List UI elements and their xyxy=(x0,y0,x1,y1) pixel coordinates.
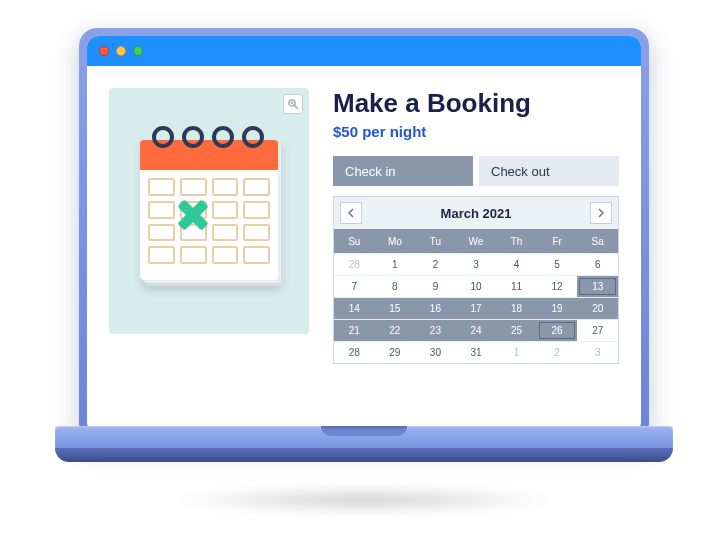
calendar-day[interactable]: 5 xyxy=(537,253,578,275)
month-label: March 2021 xyxy=(441,206,512,221)
date-tabs: Check in Check out xyxy=(333,156,619,186)
calendar-day[interactable]: 15 xyxy=(375,297,416,319)
minimize-icon[interactable] xyxy=(116,46,126,56)
weekday-label: Su xyxy=(334,229,375,253)
weekday-label: Th xyxy=(496,229,537,253)
calendar-day[interactable]: 23 xyxy=(415,319,456,341)
calendar-day[interactable]: 9 xyxy=(415,275,456,297)
calendar-day[interactable]: 27 xyxy=(577,319,618,341)
next-month-button[interactable] xyxy=(590,202,612,224)
calendar-day[interactable]: 2 xyxy=(415,253,456,275)
zoom-icon[interactable] xyxy=(283,94,303,114)
close-icon[interactable] xyxy=(99,46,109,56)
calendar-day[interactable]: 17 xyxy=(456,297,497,319)
trackpad-notch xyxy=(321,426,407,436)
calendar-day[interactable]: 18 xyxy=(496,297,537,319)
window-titlebar xyxy=(87,36,641,66)
prev-month-button[interactable] xyxy=(340,202,362,224)
calendar-day[interactable]: 3 xyxy=(577,341,618,363)
calendar-week: 78910111213 xyxy=(334,275,618,297)
calendar-day[interactable]: 1 xyxy=(496,341,537,363)
weekday-label: Sa xyxy=(577,229,618,253)
calendar-day[interactable]: 14 xyxy=(334,297,375,319)
laptop-base xyxy=(55,426,673,468)
calendar-day[interactable]: 3 xyxy=(456,253,497,275)
calendar-day[interactable]: 20 xyxy=(577,297,618,319)
calendar-day[interactable]: 26 xyxy=(537,319,578,341)
screen-bezel: Make a Booking $50 per night Check in Ch… xyxy=(79,28,649,442)
tab-checkout[interactable]: Check out xyxy=(479,156,619,186)
laptop-shadow xyxy=(90,480,640,520)
calendar-day[interactable]: 24 xyxy=(456,319,497,341)
weekday-header: SuMoTuWeThFrSa xyxy=(334,229,618,253)
calendar-day[interactable]: 30 xyxy=(415,341,456,363)
calendar-widget: March 2021 SuMoTuWeThFrSa 28123456789101… xyxy=(333,196,619,364)
calendar-day[interactable]: 25 xyxy=(496,319,537,341)
calendar-day[interactable]: 6 xyxy=(577,253,618,275)
calendar-day[interactable]: 16 xyxy=(415,297,456,319)
weekday-label: We xyxy=(456,229,497,253)
calendar-day[interactable]: 11 xyxy=(496,275,537,297)
svg-line-1 xyxy=(295,106,299,110)
calendar-day[interactable]: 7 xyxy=(334,275,375,297)
calendar-week: 28293031123 xyxy=(334,341,618,363)
calendar-day[interactable]: 13 xyxy=(577,275,618,297)
calendar-illustration xyxy=(134,126,284,296)
laptop-frame: Make a Booking $50 per night Check in Ch… xyxy=(55,28,673,478)
weekday-label: Tu xyxy=(415,229,456,253)
calendar-day[interactable]: 12 xyxy=(537,275,578,297)
calendar-day[interactable]: 21 xyxy=(334,319,375,341)
calendar-grid: 2812345678910111213141516171819202122232… xyxy=(334,253,618,363)
screen: Make a Booking $50 per night Check in Ch… xyxy=(87,36,641,434)
calendar-day[interactable]: 8 xyxy=(375,275,416,297)
calendar-week: 21222324252627 xyxy=(334,319,618,341)
calendar-day[interactable]: 2 xyxy=(537,341,578,363)
maximize-icon[interactable] xyxy=(133,46,143,56)
content-area: Make a Booking $50 per night Check in Ch… xyxy=(87,66,641,434)
page-title: Make a Booking xyxy=(333,88,619,119)
calendar-day[interactable]: 1 xyxy=(375,253,416,275)
x-mark-icon xyxy=(176,198,210,232)
calendar-nav: March 2021 xyxy=(334,197,618,229)
product-image-panel xyxy=(109,88,309,334)
weekday-label: Mo xyxy=(375,229,416,253)
calendar-day[interactable]: 10 xyxy=(456,275,497,297)
weekday-label: Fr xyxy=(537,229,578,253)
calendar-week: 28123456 xyxy=(334,253,618,275)
calendar-day[interactable]: 28 xyxy=(334,253,375,275)
calendar-day[interactable]: 31 xyxy=(456,341,497,363)
booking-panel: Make a Booking $50 per night Check in Ch… xyxy=(333,88,619,404)
calendar-week: 14151617181920 xyxy=(334,297,618,319)
calendar-day[interactable]: 19 xyxy=(537,297,578,319)
calendar-day[interactable]: 28 xyxy=(334,341,375,363)
calendar-day[interactable]: 22 xyxy=(375,319,416,341)
calendar-day[interactable]: 29 xyxy=(375,341,416,363)
calendar-day[interactable]: 4 xyxy=(496,253,537,275)
price-label: $50 per night xyxy=(333,123,619,140)
tab-checkin[interactable]: Check in xyxy=(333,156,473,186)
